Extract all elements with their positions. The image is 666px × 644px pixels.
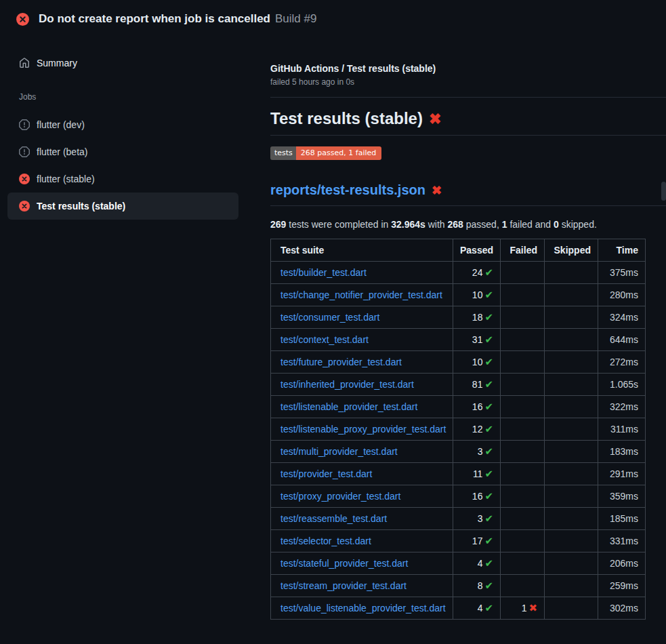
passed-count: 3 — [478, 513, 483, 524]
job-label: flutter (stable) — [37, 174, 95, 184]
summary-segment: 0 — [554, 219, 559, 230]
cell-failed — [501, 552, 545, 575]
summary-segment: failed and — [507, 219, 554, 230]
test-suite-link[interactable]: test/proxy_provider_test.dart — [280, 491, 400, 502]
cell-test-suite: test/provider_test.dart — [271, 463, 453, 485]
test-suite-link[interactable]: test/provider_test.dart — [280, 468, 372, 479]
check-icon: ✔ — [484, 289, 493, 300]
table-row: test/builder_test.dart24✔375ms — [271, 262, 646, 284]
cell-failed — [501, 485, 545, 508]
cell-failed — [501, 374, 545, 396]
check-icon: ✔ — [484, 490, 493, 502]
cell-test-suite: test/multi_provider_test.dart — [271, 441, 453, 463]
cell-time: 322ms — [598, 396, 646, 418]
run-failed-icon — [16, 13, 29, 26]
sidebar-job-item[interactable]: flutter (beta) — [7, 138, 238, 165]
failed-count: 1 — [522, 603, 527, 613]
cell-time: 259ms — [598, 575, 646, 597]
cell-failed — [501, 329, 545, 351]
summary-segment: skipped. — [559, 219, 597, 230]
check-icon: ✔ — [484, 535, 493, 546]
test-suite-link[interactable]: test/change_notifier_provider_test.dart — [280, 289, 442, 300]
cell-skipped — [545, 597, 598, 620]
table-row: test/stateful_provider_test.dart4✔206ms — [271, 552, 646, 575]
scrollbar-thumb[interactable] — [661, 182, 666, 201]
check-icon: ✔ — [484, 445, 493, 457]
passed-count: 81 — [472, 379, 483, 390]
cell-failed — [501, 508, 545, 530]
column-header: Failed — [501, 239, 545, 262]
job-cancelled-icon — [19, 146, 30, 157]
cell-skipped — [545, 552, 598, 575]
job-label: flutter (beta) — [37, 146, 87, 157]
test-suite-link[interactable]: test/value_listenable_provider_test.dart — [280, 603, 446, 613]
test-suite-link[interactable]: test/inherited_provider_test.dart — [280, 379, 414, 390]
cell-passed: 16✔ — [453, 485, 501, 508]
cell-time: 206ms — [598, 552, 646, 575]
cell-time: 1.065s — [598, 374, 646, 396]
test-suite-link[interactable]: test/consumer_test.dart — [280, 312, 379, 323]
cell-test-suite: test/inherited_provider_test.dart — [271, 374, 453, 396]
passed-count: 16 — [472, 401, 483, 412]
section-title-text: Test results (stable) — [270, 109, 423, 127]
cell-passed: 11✔ — [453, 463, 501, 485]
cell-passed: 81✔ — [453, 374, 501, 396]
check-icon: ✔ — [484, 401, 493, 412]
check-icon: ✔ — [484, 334, 493, 345]
sidebar-job-item[interactable]: flutter (stable) — [7, 165, 238, 193]
summary-segment: tests were completed in — [286, 219, 391, 230]
summary-segment: 1 — [502, 219, 507, 230]
cell-passed: 10✔ — [453, 284, 501, 306]
summary-segment: passed, — [463, 219, 502, 230]
report-file-link[interactable]: reports/test-results.json — [270, 182, 425, 197]
test-suite-link[interactable]: test/listenable_proxy_provider_test.dart — [280, 424, 446, 435]
job-label: flutter (dev) — [37, 119, 85, 130]
cell-time: 644ms — [598, 329, 646, 351]
cell-time: 280ms — [598, 284, 646, 306]
section-title: Test results (stable)✖ — [270, 109, 666, 136]
test-suite-link[interactable]: test/stateful_provider_test.dart — [280, 558, 408, 569]
cell-passed: 24✔ — [453, 262, 501, 284]
test-suite-link[interactable]: test/context_test.dart — [280, 334, 369, 345]
cell-skipped — [545, 575, 598, 597]
check-icon: ✔ — [484, 580, 493, 591]
test-suite-link[interactable]: test/selector_test.dart — [280, 536, 371, 546]
cell-test-suite: test/proxy_provider_test.dart — [271, 485, 453, 508]
sidebar-job-item[interactable]: Test results (stable) — [7, 193, 238, 220]
cell-passed: 16✔ — [453, 396, 501, 418]
cell-skipped — [545, 351, 598, 374]
jobs-list: flutter (dev)flutter (beta)flutter (stab… — [0, 111, 259, 220]
test-suite-link[interactable]: test/multi_provider_test.dart — [280, 446, 398, 457]
results-table: Test suitePassedFailedSkippedTime test/b… — [270, 239, 646, 620]
cell-test-suite: test/selector_test.dart — [271, 530, 453, 552]
cell-passed: 18✔ — [453, 306, 501, 329]
cell-time: 375ms — [598, 262, 646, 284]
table-row: test/listenable_proxy_provider_test.dart… — [271, 418, 646, 441]
sidebar-job-item[interactable]: flutter (dev) — [7, 111, 238, 138]
test-suite-link[interactable]: test/reassemble_test.dart — [280, 513, 387, 524]
passed-count: 16 — [472, 491, 483, 502]
passed-count: 10 — [472, 289, 483, 300]
cell-test-suite: test/stream_provider_test.dart — [271, 575, 453, 597]
cell-failed — [501, 418, 545, 441]
sidebar-item-summary[interactable]: Summary — [0, 56, 259, 70]
cell-test-suite: test/context_test.dart — [271, 329, 453, 351]
job-label: Test results (stable) — [37, 201, 125, 212]
passed-count: 18 — [472, 312, 483, 323]
passed-count: 3 — [478, 446, 483, 457]
cell-time: 331ms — [598, 530, 646, 552]
column-header: Time — [598, 239, 646, 262]
test-suite-link[interactable]: test/builder_test.dart — [280, 267, 367, 278]
cell-passed: 31✔ — [453, 329, 501, 351]
job-cancelled-icon — [19, 119, 30, 130]
cell-time: 302ms — [598, 597, 646, 620]
test-suite-link[interactable]: test/future_provider_test.dart — [280, 357, 402, 367]
table-row: test/change_notifier_provider_test.dart1… — [271, 284, 646, 306]
test-suite-link[interactable]: test/stream_provider_test.dart — [280, 580, 407, 591]
cross-icon: ✖ — [528, 602, 537, 613]
run-title: Do not create report when job is cancell… — [39, 12, 316, 26]
cell-test-suite: test/value_listenable_provider_test.dart — [271, 597, 453, 620]
test-suite-link[interactable]: test/listenable_provider_test.dart — [280, 401, 417, 412]
table-row: test/future_provider_test.dart10✔272ms — [271, 351, 646, 374]
job-failed-icon — [19, 201, 30, 212]
